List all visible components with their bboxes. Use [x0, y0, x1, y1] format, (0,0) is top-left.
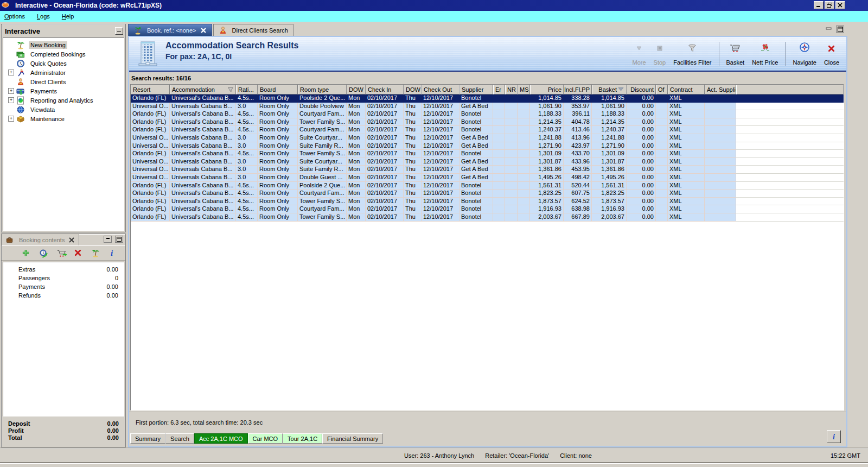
- col-header-contract-18[interactable]: Contract: [668, 85, 705, 94]
- table-cell: 02/10/2017: [366, 126, 404, 134]
- col-header-basket-15[interactable]: Basket: [592, 85, 627, 94]
- sidebar-item-maintenance[interactable]: +Maintenance: [3, 114, 124, 123]
- table-row[interactable]: Orlando (FL)Universal's Cabana B...4.5s.…: [131, 213, 844, 222]
- col-header-dow-7[interactable]: DOW: [404, 85, 422, 94]
- col-header-of-17[interactable]: Of: [656, 85, 668, 94]
- col-header-label: Price: [548, 86, 561, 93]
- bottom-tab-tour-2a-1c[interactable]: Tour 2A,1C: [283, 433, 322, 444]
- menu-logs[interactable]: Logs: [37, 13, 50, 20]
- expander-plus-icon[interactable]: +: [8, 97, 14, 103]
- navigate-button[interactable]: Navigate: [789, 40, 820, 67]
- column-filter-icon[interactable]: [227, 86, 234, 93]
- main-maximize-button[interactable]: [836, 26, 844, 33]
- facilities-filter-button[interactable]: Facilities Filter: [669, 40, 715, 67]
- nett-price-button[interactable]: Nett Price: [748, 40, 782, 67]
- expander-plus-icon[interactable]: +: [8, 116, 14, 122]
- col-header-check-in-6[interactable]: Check In: [366, 85, 404, 94]
- table-row[interactable]: Universal O...Universals Cabana B...3.0R…: [131, 103, 844, 111]
- menu-options[interactable]: Options: [4, 13, 25, 20]
- globe-icon: [16, 105, 26, 114]
- delete-button[interactable]: [74, 249, 83, 258]
- table-cell: [705, 150, 736, 158]
- col-header-accommodation-1[interactable]: Accommodation: [170, 85, 236, 94]
- info-button[interactable]: i: [108, 249, 118, 258]
- close-tab-icon[interactable]: [68, 237, 75, 243]
- col-header-board-3[interactable]: Board: [258, 85, 298, 94]
- menu-help[interactable]: Help: [62, 13, 74, 20]
- col-header-resort-0[interactable]: Resort: [131, 85, 170, 94]
- panel-minimize-button[interactable]: [104, 236, 112, 243]
- sidebar-item-viewdata[interactable]: Viewdata: [3, 105, 124, 114]
- table-row[interactable]: Universal O...Universals Cabana B...3.0R…: [131, 166, 844, 174]
- table-row[interactable]: Universal O...Universals Cabana B...3.0R…: [131, 174, 844, 182]
- sidebar-item-completed-bookings[interactable]: Completed Bookings: [3, 49, 124, 59]
- bottom-tab-acc-2a-1c-mco[interactable]: Acc 2A,1C MCO: [194, 433, 248, 444]
- col-header-incl-fl-pp-14[interactable]: Incl.Fl.PP: [564, 85, 592, 94]
- table-row[interactable]: Orlando (FL)Universal's Cabana B...4.5s.…: [131, 150, 844, 158]
- main-minimize-button[interactable]: [825, 26, 833, 33]
- col-header-label: Check In: [368, 86, 391, 93]
- booking-item-payments[interactable]: Payments0.00: [3, 282, 124, 291]
- sidebar-item-new-booking[interactable]: New Booking: [3, 40, 124, 49]
- sidebar-item-direct-clients[interactable]: Direct Clients: [3, 77, 124, 86]
- table-cell: 1,241.88: [530, 134, 564, 142]
- tab-close-icon[interactable]: [200, 27, 207, 34]
- bottom-tab-search[interactable]: Search: [165, 433, 194, 444]
- booking-item-extras[interactable]: Extras0.00: [3, 265, 124, 274]
- quick-quote-button[interactable]: [39, 249, 48, 258]
- bottom-tab-summary[interactable]: Summary: [130, 433, 165, 444]
- col-header-check-out-8[interactable]: Check Out: [422, 85, 459, 94]
- table-row[interactable]: Universal O...Universals Cabana B...3.0R…: [131, 142, 844, 150]
- new-booking-button[interactable]: [91, 249, 100, 258]
- add-button[interactable]: [22, 249, 31, 258]
- table-row[interactable]: Orlando (FL)Universal's Cabana B...4.5s.…: [131, 205, 844, 213]
- table-row[interactable]: Orlando (FL)Universal's Cabana B...4.5s.…: [131, 126, 844, 134]
- table-row[interactable]: Universal O...Universals Cabana B...3.0R…: [131, 134, 844, 142]
- sidebar-tree: New BookingCompleted BookingsQuick Quote…: [3, 37, 124, 231]
- sidebar-item-administrator[interactable]: +Administrator: [3, 68, 124, 77]
- sidebar-item-reporting-and-analytics[interactable]: +Reporting and Analytics: [3, 96, 124, 105]
- table-cell: 1,061.90: [592, 103, 627, 111]
- toolbar: MoreStopFacilities FilterBasketNett Pric…: [629, 40, 843, 67]
- col-header-act-supplier-19[interactable]: Act. Supplier: [705, 85, 736, 94]
- col-header-room-type-4[interactable]: Room type: [298, 85, 347, 94]
- tab-booking-contents[interactable]: Booking contents: [2, 234, 79, 245]
- col-header-price-13[interactable]: Price: [530, 85, 564, 94]
- table-row[interactable]: Orlando (FL)Universal's Cabana B...4.5s.…: [131, 94, 844, 103]
- table-row[interactable]: Orlando (FL)Universal's Cabana B...4.5s.…: [131, 190, 844, 198]
- sidebar-item-quick-quotes[interactable]: Quick Quotes: [3, 59, 124, 68]
- col-header-rati-2[interactable]: Rati...: [236, 85, 258, 94]
- tab-book-ref-none[interactable]: Book. ref.: <none>: [128, 24, 212, 36]
- expander-plus-icon[interactable]: +: [8, 70, 14, 75]
- table-row[interactable]: Orlando (FL)Universal's Cabana B...4.5s.…: [131, 118, 844, 127]
- table-row[interactable]: Orlando (FL)Universal's Cabana B...4.5s.…: [131, 198, 844, 206]
- col-header-nr-11[interactable]: NR: [505, 85, 518, 94]
- col-header-ms-12[interactable]: MS: [518, 85, 530, 94]
- booking-contents-tabbar: Booking contents: [2, 234, 125, 246]
- col-header-supplier-9[interactable]: Supplier: [459, 85, 493, 94]
- bottom-tab-car-mco[interactable]: Car MCO: [248, 433, 283, 444]
- bottom-tab-financial-summary[interactable]: Financial Summary: [322, 433, 383, 444]
- info-icon: i: [108, 249, 118, 257]
- col-header-er-10[interactable]: Er: [493, 85, 505, 94]
- window-restore-button[interactable]: [825, 1, 834, 9]
- col-header-discount-16[interactable]: Discount: [627, 85, 656, 94]
- panel-maximize-button[interactable]: [115, 236, 123, 243]
- table-cell: [656, 126, 668, 134]
- table-row[interactable]: Orlando (FL)Universal's Cabana B...4.5s.…: [131, 182, 844, 190]
- expander-plus-icon[interactable]: +: [8, 88, 14, 94]
- booking-item-passengers[interactable]: Passengers0: [3, 274, 124, 282]
- table-row[interactable]: Universal O...Universals Cabana B...3.0R…: [131, 158, 844, 166]
- window-close-button[interactable]: [835, 1, 845, 9]
- tab-direct-clients-search[interactable]: Direct Clients Search: [213, 24, 293, 36]
- table-cell: [505, 150, 518, 158]
- sidebar-item-payments[interactable]: +$Payments: [3, 86, 124, 96]
- window-minimize-button[interactable]: [814, 1, 824, 9]
- booking-item-refunds[interactable]: Refunds0.00: [3, 291, 124, 300]
- table-row[interactable]: Orlando (FL)Universal's Cabana B...4.5s.…: [131, 110, 844, 118]
- basket-button[interactable]: Basket: [723, 40, 749, 67]
- basket-transfer-button[interactable]: [56, 249, 66, 258]
- close-button[interactable]: Close: [820, 40, 843, 67]
- sidebar-collapse-button[interactable]: [115, 27, 123, 35]
- col-header-dow-5[interactable]: DOW: [347, 85, 366, 94]
